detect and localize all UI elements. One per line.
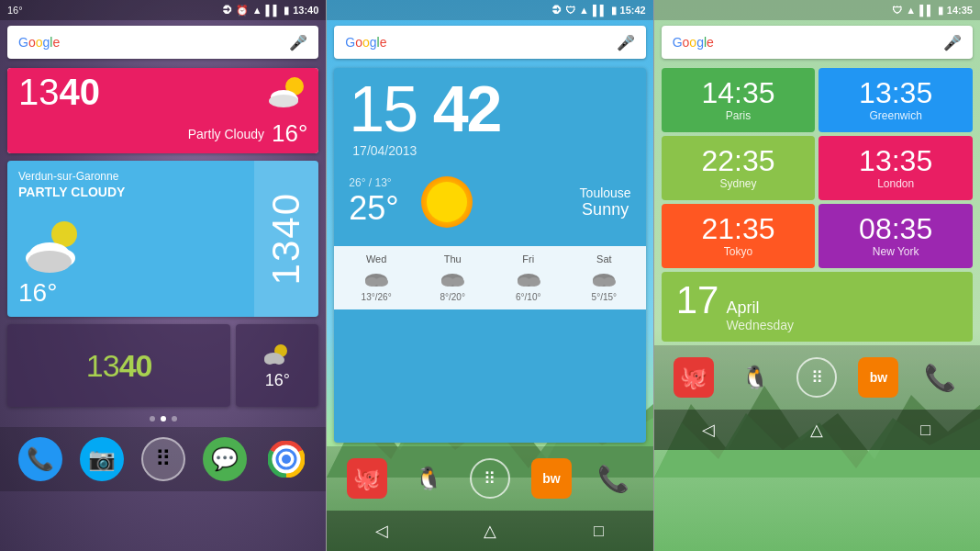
forecast-icon-fri — [514, 267, 543, 289]
dot-2 — [161, 416, 166, 422]
phone-icon-3[interactable]: 📞 — [919, 357, 960, 398]
wcw-minute: 40 — [60, 72, 101, 112]
clock-newyork: 08:35 New York — [819, 204, 973, 268]
newyork-time: 08:35 — [859, 214, 932, 243]
status-bluetooth-icon: ⮊ — [222, 5, 232, 16]
penguin-app-icon-3[interactable]: 🐧 — [735, 357, 775, 398]
s2-bluetooth-icon: ⮊ — [551, 5, 562, 16]
forecast-icon-thu — [438, 267, 467, 289]
forecast-thu: Thu 8°/20° — [438, 253, 467, 302]
penguin-app-icon[interactable]: 🐧 — [408, 458, 449, 499]
mic-icon-3[interactable]: 🎤 — [943, 34, 962, 51]
wcw-time: 1340 — [18, 73, 100, 110]
svg-point-27 — [451, 277, 464, 287]
wsc-minute: 40 — [119, 348, 152, 383]
mic-icon-1[interactable]: 🎤 — [289, 34, 307, 51]
recents-btn-3[interactable]: □ — [908, 415, 944, 444]
wlw-temp: 16° — [18, 278, 243, 308]
clock-weather-widget: 1340 Partly Cloudy 16 — [7, 68, 318, 153]
phone-icon-2[interactable]: 📞 — [593, 458, 633, 499]
wfw-city: Toulouse — [580, 186, 631, 200]
wfw-hour: 15 — [349, 73, 417, 145]
chrome-icon[interactable] — [264, 437, 308, 481]
s3-shield-icon: 🛡 — [892, 5, 902, 16]
screen-2: ⮊ 🛡 ▲ ▌▌ ▮ 15:42 Google 🎤 15 42 17/04/20… — [327, 0, 652, 551]
s2-battery-icon: ▮ — [611, 5, 617, 17]
wfw-time: 15 42 — [349, 77, 630, 141]
wlw-icon-area — [18, 207, 243, 278]
wcw-top: 1340 — [7, 68, 318, 116]
date-tile-text: April Wednesday — [726, 298, 794, 332]
dock-1: 📞 📷 ⠿ 💬 — [0, 427, 326, 491]
tokyo-time: 21:35 — [701, 214, 774, 243]
sun-icon — [410, 165, 484, 239]
forecast-wed: Wed 13°/26° — [362, 253, 392, 302]
hangouts-icon[interactable]: 💬 — [203, 437, 247, 481]
dot-3 — [172, 416, 177, 422]
paris-time: 14:35 — [701, 78, 774, 107]
phone-icon[interactable]: 📞 — [18, 437, 62, 481]
status-wifi-icon: ▲ — [252, 5, 262, 16]
google-search-bar-1[interactable]: Google 🎤 — [7, 26, 318, 59]
back-btn-3[interactable]: ◁ — [690, 415, 727, 444]
status-temp: 16° — [7, 5, 23, 16]
wlw-left: Verdun-sur-Garonne PARTLY CLOUDY 16° — [7, 161, 254, 317]
screen1-content: 1340 Partly Cloudy 16 — [0, 64, 326, 551]
sydney-city: Sydney — [719, 177, 756, 190]
mic-icon-2[interactable]: 🎤 — [617, 34, 635, 51]
bw-app-icon[interactable]: bw — [531, 458, 572, 499]
home-btn-2[interactable]: △ — [472, 516, 508, 545]
s3-battery-icon: ▮ — [938, 5, 943, 17]
svg-point-9 — [28, 251, 72, 273]
google-logo-1: Google — [18, 35, 289, 50]
svg-point-30 — [528, 277, 540, 287]
apps-grid-icon-2[interactable]: ⠿ — [470, 458, 510, 499]
svg-point-4 — [269, 95, 298, 107]
status-battery-icon: ▮ — [284, 5, 289, 17]
status-alarm-icon: ⏰ — [236, 5, 249, 17]
greenwich-time: 13:35 — [859, 78, 932, 107]
s2-signal-icon: ▌▌ — [593, 5, 607, 16]
octopus-app-icon[interactable]: 🐙 — [347, 458, 387, 499]
nav-bar-3: ◁ △ □ — [654, 410, 980, 450]
google-search-bar-2[interactable]: Google 🎤 — [334, 26, 645, 59]
s3-status-time: 14:35 — [947, 5, 973, 16]
weather-icon-widget1 — [263, 73, 307, 110]
wfw-top: 15 42 17/04/2013 — [334, 68, 645, 158]
date-tile: 17 April Wednesday — [662, 272, 973, 342]
s3-wifi-icon: ▲ — [906, 5, 916, 16]
wfw-high-low: 26° / 13° — [349, 176, 398, 189]
svg-point-33 — [603, 277, 616, 287]
large-weather-widget: Verdun-sur-Garonne PARTLY CLOUDY 16° — [7, 161, 318, 317]
status-time-1: 13:40 — [293, 5, 318, 16]
newyork-city: New York — [873, 245, 919, 258]
paris-city: Paris — [726, 109, 751, 122]
clock-greenwich: 13:35 Greenwich — [819, 68, 973, 132]
google-logo-3: Google — [673, 35, 943, 50]
london-city: London — [877, 177, 914, 190]
screen2-content: 15 42 17/04/2013 26° / 13° 25° — [327, 64, 652, 551]
greenwich-city: Greenwich — [869, 109, 921, 122]
wsc-hour: 13 — [86, 348, 119, 383]
google-search-bar-3[interactable]: Google 🎤 — [662, 26, 973, 59]
camera-icon[interactable]: 📷 — [80, 437, 124, 481]
date-month: April — [726, 298, 794, 318]
forecast-fri: Fri 6°/10° — [514, 253, 543, 302]
clock-london: 13:35 London — [819, 136, 973, 200]
nav-bar-2: ◁ △ □ — [327, 511, 652, 551]
wcw-condition: Partly Cloudy — [188, 127, 264, 141]
home-btn-3[interactable]: △ — [798, 415, 835, 444]
wfw-condition: Sunny — [580, 200, 631, 219]
recents-btn-2[interactable]: □ — [580, 516, 617, 545]
small-clock: 1340 — [7, 324, 230, 407]
octopus-app-icon-3[interactable]: 🐙 — [674, 357, 714, 398]
apps-icon[interactable]: ⠿ — [141, 437, 185, 481]
small-weather: 16° — [236, 324, 318, 407]
wfw-temps: 26° / 13° 25° — [349, 176, 398, 228]
status-signal-icon: ▌▌ — [266, 5, 281, 16]
status-bar-2: ⮊ 🛡 ▲ ▌▌ ▮ 15:42 — [327, 0, 652, 20]
back-btn-2[interactable]: ◁ — [363, 516, 400, 545]
bw-app-icon-3[interactable]: bw — [858, 357, 898, 398]
wlw-right: 1340 — [254, 161, 318, 317]
apps-grid-icon-3[interactable]: ⠿ — [796, 357, 837, 398]
